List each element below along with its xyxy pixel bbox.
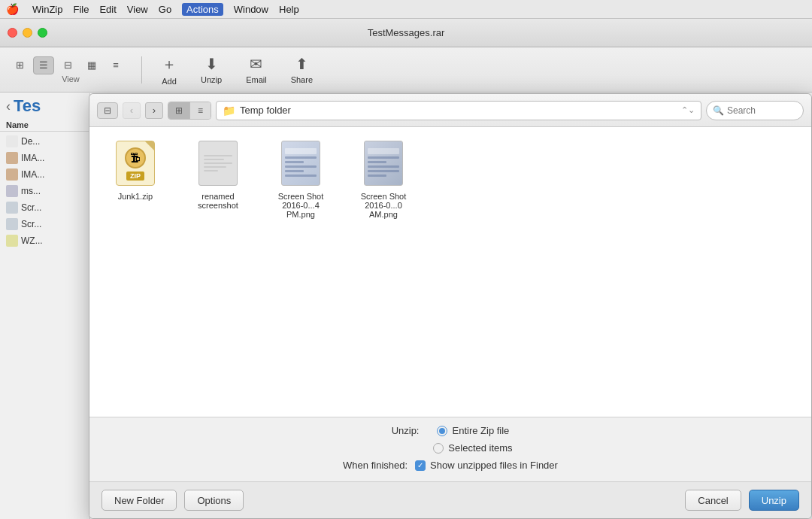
sidebar-toggle-button[interactable]: ⊟ — [97, 102, 118, 119]
sidebar-item-label: IMA... — [21, 169, 44, 180]
file-dialog: ⊟ ‹ › ⊞ ≡ 📁 Temp folder ⌃⌄ 🔍 — [89, 93, 812, 519]
menu-go[interactable]: Go — [159, 4, 171, 15]
show-finder-checkbox[interactable]: ✓ — [415, 460, 426, 471]
minimize-button[interactable] — [23, 28, 32, 38]
file-name: Junk1.zip — [118, 192, 153, 201]
menu-actions[interactable]: Actions — [182, 3, 223, 16]
sidebar-header[interactable]: ‹ Tes — [0, 93, 89, 119]
ss-line — [368, 165, 399, 168]
apple-menu[interactable]: 🍎 — [6, 3, 19, 15]
radio-entire-zip[interactable] — [437, 426, 447, 436]
zip-file-icon: 🗜 ZIP — [116, 141, 155, 186]
detail-view-button[interactable]: ≡ — [105, 56, 126, 74]
file-icon-zip: 🗜 ZIP — [111, 139, 159, 187]
wz-icon — [6, 235, 18, 247]
email-icon: ✉ — [250, 55, 262, 73]
ss-line — [285, 165, 317, 168]
list-item[interactable]: De... — [0, 133, 89, 150]
folder-icon: 📁 — [223, 105, 235, 117]
dialog-files-area: 🗜 ZIP Junk1.zip — [89, 127, 811, 417]
dialog-toolbar: ⊟ ‹ › ⊞ ≡ 📁 Temp folder ⌃⌄ 🔍 — [89, 94, 811, 127]
image-icon — [6, 168, 18, 181]
sidebar-item-label: Scr... — [21, 202, 41, 213]
icon-view-button[interactable]: ⊞ — [168, 102, 189, 119]
ss-line — [368, 175, 386, 177]
entire-zip-option[interactable]: Entire Zip file — [437, 425, 509, 436]
grid-view-button[interactable]: ⊞ — [9, 56, 30, 74]
sidebar-item-label: De... — [21, 136, 40, 147]
back-nav-button[interactable]: ‹ — [123, 102, 141, 119]
when-finished-label: When finished: — [343, 460, 408, 471]
menu-window[interactable]: Window — [234, 4, 268, 15]
screenshot-file-icon — [281, 141, 320, 186]
view-label: View — [62, 74, 80, 83]
new-folder-button[interactable]: New Folder — [102, 490, 177, 511]
menu-view[interactable]: View — [127, 4, 148, 15]
list-item[interactable]: IMA... — [0, 166, 89, 183]
maximize-button[interactable] — [38, 28, 47, 38]
share-button[interactable]: ⬆ Share — [280, 52, 323, 87]
dialog-right-buttons: Cancel Unzip — [685, 490, 799, 511]
selected-items-label: Selected items — [448, 442, 512, 454]
file-icon-screenshot2 — [359, 139, 408, 187]
email-button[interactable]: ✉ Email — [235, 52, 277, 87]
radio-selected-items[interactable] — [433, 443, 444, 454]
menu-help[interactable]: Help — [279, 4, 299, 15]
unzip-icon: ⬇ — [205, 55, 218, 73]
sidebar-item-label: Scr... — [21, 219, 41, 229]
share-icon: ⬆ — [295, 55, 308, 73]
sidebar-title: Tes — [14, 96, 41, 116]
list-view-button[interactable]: ≡ — [189, 102, 211, 119]
cancel-button[interactable]: Cancel — [685, 490, 741, 511]
list-item[interactable]: IMA... — [0, 150, 89, 166]
forward-nav-button[interactable]: › — [145, 102, 163, 119]
unzip-confirm-button[interactable]: Unzip — [749, 490, 799, 511]
email-label: Email — [246, 75, 267, 84]
sidebar-column-header: Name — [0, 119, 89, 132]
close-button[interactable] — [8, 28, 17, 38]
winzip-app: 🍎 WinZip File Edit View Go Actions Windo… — [0, 0, 812, 519]
menu-winzip[interactable]: WinZip — [32, 4, 62, 15]
list-item[interactable]: Screen Shot 2016-0...4 PM.png — [267, 139, 335, 219]
selected-items-option[interactable]: Selected items — [433, 442, 512, 454]
cover-view-button[interactable]: ▦ — [81, 56, 102, 74]
screenshot2-file-icon — [364, 141, 403, 186]
screenshot-preview-lines — [365, 145, 402, 182]
list-item[interactable]: renamed screenshot — [184, 139, 252, 219]
list-item[interactable]: WZ... — [0, 232, 89, 249]
list-item[interactable]: ms... — [0, 183, 89, 199]
show-finder-label: Show unzipped files in Finder — [430, 460, 558, 471]
title-bar: TestMessages.rar — [0, 19, 812, 47]
location-bar[interactable]: 📁 Temp folder ⌃⌄ — [216, 101, 701, 120]
ss-line — [368, 156, 399, 159]
add-button[interactable]: ＋ Add — [151, 51, 187, 89]
when-finished-row: When finished: ✓ Show unzipped files in … — [105, 460, 796, 471]
menu-file[interactable]: File — [73, 4, 89, 15]
search-input[interactable] — [727, 105, 787, 116]
chevron-down-icon: ⌃⌄ — [681, 105, 695, 115]
unzip-label: Unzip — [201, 75, 222, 84]
screenshot-icon — [6, 202, 18, 214]
list-item[interactable]: Screen Shot 2016-0...0 AM.png — [350, 139, 417, 219]
doc-icon — [6, 135, 18, 147]
doc-file-icon — [198, 141, 238, 186]
list-view-button[interactable]: ☰ — [33, 56, 54, 74]
menu-edit[interactable]: Edit — [99, 4, 116, 15]
entire-zip-label: Entire Zip file — [452, 425, 509, 436]
options-button[interactable]: Options — [184, 490, 244, 511]
list-item[interactable]: Scr... — [0, 199, 89, 216]
toolbar-divider-1 — [141, 56, 142, 83]
sidebar-item-label: WZ... — [21, 235, 43, 246]
show-finder-option[interactable]: ✓ Show unzipped files in Finder — [415, 460, 558, 471]
search-field[interactable]: 🔍 — [706, 101, 804, 120]
list-item[interactable]: Scr... — [0, 216, 89, 232]
menu-bar: 🍎 WinZip File Edit View Go Actions Windo… — [0, 0, 812, 19]
ss-line — [285, 170, 304, 172]
dialog-buttons: New Folder Options Cancel Unzip — [89, 481, 811, 518]
list-item[interactable]: 🗜 ZIP Junk1.zip — [102, 139, 169, 219]
column-view-button[interactable]: ⊟ — [57, 56, 78, 74]
unzip-label: Unzip: — [392, 425, 420, 436]
image-icon — [6, 152, 18, 164]
file-name: Screen Shot 2016-0...0 AM.png — [350, 192, 417, 219]
unzip-button[interactable]: ⬇ Unzip — [190, 52, 232, 87]
